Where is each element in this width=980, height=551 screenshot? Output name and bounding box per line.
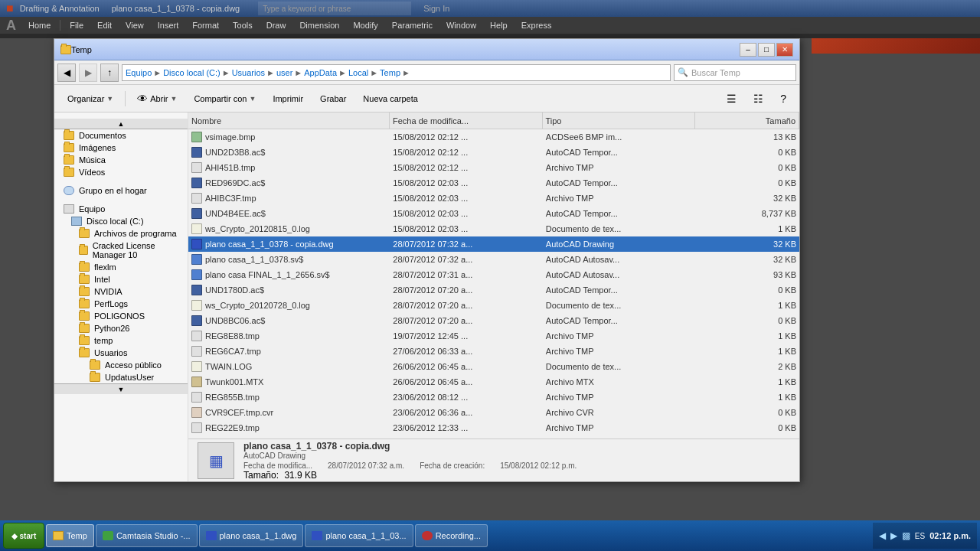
status-info: plano casa_1_1_0378 - copia.dwg AutoCAD … — [243, 441, 790, 481]
sidebar-item-archivos[interactable]: Archivos de programa — [54, 227, 188, 240]
organize-button[interactable]: Organizar ▼ — [60, 89, 120, 109]
sidebar-item-musica[interactable]: Música — [54, 154, 188, 166]
menu-dimension[interactable]: Dimension — [293, 19, 345, 31]
menu-window[interactable]: Window — [440, 19, 482, 31]
file-row-reg8e88[interactable]: REG8E88.tmp 19/07/2012 12:45 ... Archivo… — [188, 328, 799, 344]
taskbar-item-plano1[interactable]: plano casa_1_1.dwg — [199, 524, 304, 547]
file-row-cvr9cef[interactable]: CVR9CEF.tmp.cvr 23/06/2012 06:36 a... Ar… — [188, 405, 799, 420]
file-row-plano-final[interactable]: plano casa FINAL_1_1_2656.sv$ 28/07/2012… — [188, 267, 799, 282]
file-list-header: Nombre Fecha de modifica... Tipo Tamaño — [188, 112, 799, 129]
view-toggle-button[interactable]: ☷ — [746, 89, 770, 109]
sidebar-item-disco[interactable]: Disco local (C:) — [54, 215, 188, 227]
sidebar-item-python[interactable]: Python26 — [54, 322, 188, 334]
file-row-red969dc[interactable]: RED969DC.ac$ 15/08/2012 02:03 ... AutoCA… — [188, 175, 799, 191]
signin-btn[interactable]: Sign In — [423, 4, 449, 13]
menu-help[interactable]: Help — [484, 19, 514, 31]
file-size-red969dc: 0 KB — [695, 178, 799, 187]
file-row-twunk001[interactable]: Twunk001.MTX 26/06/2012 06:45 a... Archi… — [188, 374, 799, 390]
file-row-plano-copia[interactable]: plano casa_1_1_0378 - copia.dwg 28/07/20… — [188, 236, 799, 252]
print-button[interactable]: Imprimir — [266, 89, 310, 109]
sidebar-item-nvidia[interactable]: NVIDIA — [54, 285, 188, 298]
taskbar-item-temp[interactable]: Temp — [46, 524, 94, 547]
menu-file[interactable]: File — [64, 19, 90, 31]
file-row-twain-log[interactable]: TWAIN.LOG 26/06/2012 06:45 a... Document… — [188, 359, 799, 374]
file-icon-reg8e88 — [191, 331, 202, 341]
file-row-und2d3b8[interactable]: UND2D3B8.ac$ 15/08/2012 02:12 ... AutoCA… — [188, 145, 799, 160]
sidebar-item-grupo[interactable]: Grupo en el hogar — [54, 184, 188, 197]
maximize-button[interactable]: □ — [758, 43, 775, 57]
menu-insert[interactable]: Insert — [152, 19, 185, 31]
start-button[interactable]: ◆ start — [3, 523, 44, 549]
file-row-ahi451b[interactable]: AHI451B.tmp 15/08/2012 02:12 ... Archivo… — [188, 160, 799, 175]
sidebar-item-imagenes[interactable]: Imágenes — [54, 142, 188, 154]
taskbar-camtasia-icon — [103, 531, 113, 540]
new-folder-button[interactable]: Nueva carpeta — [356, 89, 425, 109]
col-header-size[interactable]: Tamaño — [695, 112, 799, 129]
file-row-reg6ca7[interactable]: REG6CA7.tmp 27/06/2012 06:33 a... Archiv… — [188, 344, 799, 359]
taskbar-item-plano2[interactable]: plano casa_1_1_03... — [305, 524, 413, 547]
menu-express[interactable]: Express — [515, 19, 558, 31]
network-icon-grupo — [64, 186, 74, 195]
breadcrumb-user[interactable]: user — [276, 68, 292, 77]
file-row-und1780d[interactable]: UND1780D.ac$ 28/07/2012 07:20 a... AutoC… — [188, 282, 799, 298]
breadcrumb-usuarios[interactable]: Usuarios — [232, 68, 265, 77]
menu-home[interactable]: Home — [22, 19, 57, 31]
file-row-ws-crypto1[interactable]: ws_Crypto_20120815_0.log 15/08/2012 02:0… — [188, 221, 799, 236]
sidebar-item-documentos[interactable]: Documentos — [54, 129, 188, 142]
sidebar-scroll-down[interactable]: ▼ — [54, 383, 188, 394]
menu-modify[interactable]: Modify — [347, 19, 384, 31]
menu-tools[interactable]: Tools — [227, 19, 259, 31]
burn-button[interactable]: Grabar — [313, 89, 353, 109]
search-box[interactable]: 🔍 Buscar Temp — [674, 64, 796, 81]
sidebar-item-usuarios[interactable]: Usuarios — [54, 347, 188, 359]
file-row-ahiBC3f[interactable]: AHIBC3F.tmp 15/08/2012 02:03 ... Archivo… — [188, 191, 799, 206]
sidebar-item-acceso[interactable]: Acceso público — [54, 359, 188, 371]
minimize-button[interactable]: – — [740, 43, 756, 57]
file-row-ws-crypto2[interactable]: ws_Crypto_20120728_0.log 28/07/2012 07:2… — [188, 298, 799, 313]
col-header-type[interactable]: Tipo — [543, 112, 696, 129]
close-button[interactable]: ✕ — [776, 43, 793, 57]
file-row-vsimage[interactable]: vsimage.bmp 15/08/2012 02:12 ... ACDSee6… — [188, 129, 799, 145]
file-row-und8bc06[interactable]: UND8BC06.ac$ 28/07/2012 07:20 a... AutoC… — [188, 313, 799, 328]
view-options-button[interactable]: ☰ — [720, 89, 743, 109]
sidebar-item-updatus[interactable]: UpdatusUser — [54, 371, 188, 383]
breadcrumb-local[interactable]: Local — [348, 68, 368, 77]
col-header-date[interactable]: Fecha de modifica... — [390, 112, 543, 129]
menu-view[interactable]: View — [119, 19, 150, 31]
sidebar-item-videos[interactable]: Vídeos — [54, 166, 188, 178]
up-button[interactable]: ↑ — [100, 64, 119, 82]
sidebar-item-temp[interactable]: temp — [54, 334, 188, 347]
open-button[interactable]: 👁 Abrir ▼ — [130, 89, 184, 109]
share-button[interactable]: Compartir con ▼ — [187, 89, 263, 109]
sidebar-item-flexlm[interactable]: flexlm — [54, 261, 188, 273]
sidebar-item-intel[interactable]: Intel — [54, 273, 188, 285]
file-row-reg855b[interactable]: REG855B.tmp 23/06/2012 08:12 ... Archivo… — [188, 390, 799, 405]
file-date-und2d3b8: 15/08/2012 02:12 ... — [390, 148, 543, 157]
taskbar-item-camtasia[interactable]: Camtasia Studio -... — [96, 524, 198, 547]
taskbar-item-recording[interactable]: Recording... — [415, 524, 488, 547]
file-row-plano-sv[interactable]: plano casa_1_1_0378.sv$ 28/07/2012 07:32… — [188, 252, 799, 267]
toolbar-sep-1 — [125, 91, 126, 106]
help-button[interactable]: ? — [773, 89, 793, 109]
sidebar-scroll-up[interactable]: ▲ — [54, 119, 188, 129]
menu-format[interactable]: Format — [186, 19, 225, 31]
file-type-ahi451b: Archivo TMP — [543, 163, 696, 172]
file-row-reg22e9[interactable]: REG22E9.tmp 23/06/2012 12:33 ... Archivo… — [188, 420, 799, 435]
sidebar-item-cracked[interactable]: Cracked License Manager 10 — [54, 240, 188, 261]
file-row-und4b4ee[interactable]: UND4B4EE.ac$ 15/08/2012 02:03 ... AutoCA… — [188, 206, 799, 221]
file-type-ws-crypto1: Documento de tex... — [543, 224, 696, 233]
col-header-name[interactable]: Nombre — [188, 112, 390, 129]
breadcrumb-appdata[interactable]: AppData — [304, 68, 337, 77]
sidebar-item-equipo[interactable]: Equipo — [54, 203, 188, 215]
menu-draw[interactable]: Draw — [260, 19, 292, 31]
breadcrumb-equipo[interactable]: Equipo — [126, 68, 152, 77]
sidebar-item-poligonos[interactable]: POLIGONOS — [54, 310, 188, 322]
forward-button[interactable]: ▶ — [79, 64, 97, 82]
sidebar-item-perflogs[interactable]: PerfLogs — [54, 298, 188, 310]
breadcrumb-temp[interactable]: Temp — [380, 68, 400, 77]
menu-edit[interactable]: Edit — [91, 19, 118, 31]
autocad-search[interactable]: Type a keyword or phrase — [263, 5, 351, 13]
back-button[interactable]: ◀ — [57, 64, 76, 82]
menu-parametric[interactable]: Parametric — [386, 19, 439, 31]
breadcrumb-disco[interactable]: Disco local (C:) — [163, 68, 220, 77]
